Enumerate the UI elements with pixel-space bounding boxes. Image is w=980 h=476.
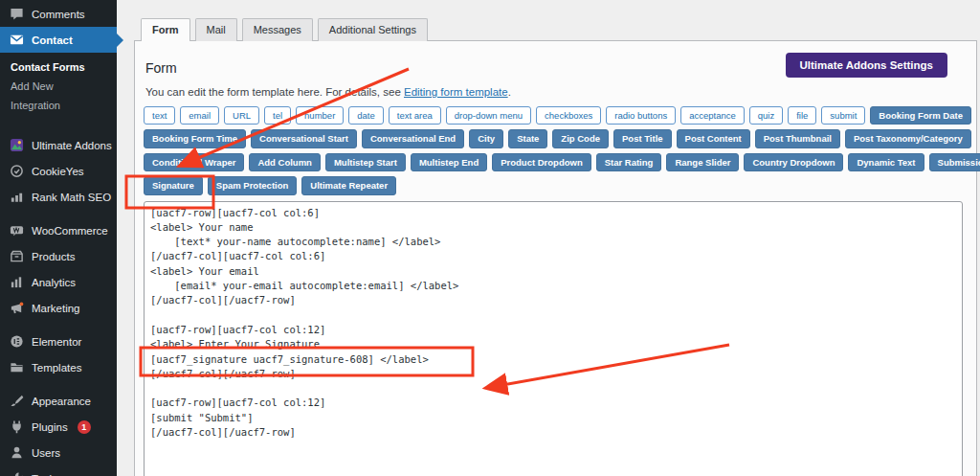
tag-button-text[interactable]: text: [144, 106, 175, 125]
editor-tabs: FormMailMessagesAdditional Settings: [134, 18, 977, 40]
templates-icon: [10, 360, 24, 374]
tag-button-quiz[interactable]: quiz: [749, 106, 783, 125]
submenu-item-contact-forms[interactable]: Contact Forms: [0, 57, 117, 77]
tag-button-booking-form-date[interactable]: Booking Form Date: [870, 106, 971, 125]
comments-icon: [10, 7, 24, 21]
woocommerce-icon: [10, 223, 24, 238]
sidebar-item-label: Marketing: [32, 303, 80, 314]
sidebar-item-elementor[interactable]: Elementor: [0, 329, 117, 354]
tag-button-spam-protection[interactable]: Spam Protection: [208, 176, 298, 194]
tab-form[interactable]: Form: [141, 18, 190, 41]
tag-button-country-dropdown[interactable]: Country Dropdown: [744, 153, 843, 171]
tag-button-booking-form-time[interactable]: Booking Form Time: [144, 129, 246, 147]
submenu-item-add-new[interactable]: Add New: [0, 77, 117, 96]
sidebar-item-label: CookieYes: [32, 166, 84, 177]
sidebar-item-label: Appearance: [32, 396, 91, 407]
form-panel: Form Ultimate Addons Settings You can ed…: [134, 40, 977, 476]
appearance-icon: [10, 394, 24, 408]
tag-button-city[interactable]: City: [469, 129, 503, 147]
sidebar-item-templates[interactable]: Templates: [0, 354, 117, 380]
tag-button-submission-id[interactable]: Submission ID: [929, 153, 980, 171]
sidebar-item-label: Tools: [32, 473, 57, 476]
tag-button-post-thumbnail[interactable]: Post Thumbnail: [755, 129, 840, 147]
form-template-textarea[interactable]: [144, 201, 963, 476]
sidebar-item-plugins[interactable]: Plugins1: [0, 414, 117, 440]
sidebar-item-cookieyes[interactable]: CookieYes: [0, 158, 117, 184]
sidebar-item-ultimate-addons[interactable]: Ultimate Addons: [0, 132, 117, 158]
description-text: You can edit the form template here. For…: [145, 86, 404, 98]
sidebar-item-marketing[interactable]: Marketing: [0, 295, 117, 321]
submenu-item-integration[interactable]: Integration: [0, 96, 117, 115]
tag-button-dynamic-text[interactable]: Dynamic Text: [848, 153, 924, 171]
sidebar-menu: CommentsContactContact FormsAdd NewInteg…: [0, 1, 117, 476]
tag-button-text-area[interactable]: text area: [389, 106, 441, 125]
tag-button-email[interactable]: email: [180, 106, 219, 125]
tag-button-conditional-wraper[interactable]: Conditional Wraper: [144, 153, 244, 171]
analytics-icon: [10, 275, 24, 289]
tag-button-zip-code[interactable]: Zip Code: [552, 129, 609, 147]
tag-button-add-column[interactable]: Add Column: [249, 153, 320, 171]
plugins-update-badge: 1: [78, 420, 91, 434]
rank-math-icon: [10, 190, 24, 204]
tag-button-url[interactable]: URL: [224, 106, 259, 125]
tag-button-date[interactable]: date: [348, 106, 384, 125]
tag-button-signature[interactable]: Signature: [144, 176, 203, 194]
tag-button-number[interactable]: number: [296, 106, 344, 125]
tag-button-star-rating[interactable]: Star Rating: [596, 153, 662, 171]
tag-button-tel[interactable]: tel: [264, 106, 291, 125]
tab-mail[interactable]: Mail: [195, 18, 237, 41]
sidebar-item-label: Comments: [32, 9, 85, 20]
tag-button-product-dropdown[interactable]: Product Dropdown: [492, 153, 591, 171]
editing-form-template-link[interactable]: Editing form template: [404, 86, 508, 98]
tag-button-file[interactable]: file: [788, 106, 816, 125]
elementor-icon: [10, 334, 24, 349]
tools-icon: [10, 471, 24, 476]
sidebar-item-tools[interactable]: Tools: [0, 465, 117, 476]
tag-button-conversational-start[interactable]: Conversational Start: [251, 129, 357, 147]
products-icon: [10, 249, 24, 263]
tag-row: Booking Form TimeConversational StartCon…: [144, 129, 968, 147]
tag-button-post-title[interactable]: Post Title: [613, 129, 672, 147]
tag-button-range-slider[interactable]: Range Slider: [666, 153, 739, 171]
tag-generator-buttons: textemailURLtelnumberdatetext areadrop-d…: [144, 106, 968, 195]
tag-button-drop-down-menu[interactable]: drop-down menu: [446, 106, 531, 125]
tab-messages[interactable]: Messages: [242, 18, 313, 41]
sidebar-item-comments[interactable]: Comments: [0, 1, 117, 27]
tag-button-checkboxes[interactable]: checkboxes: [536, 106, 601, 125]
ultimate-addons-settings-button[interactable]: Ultimate Addons Settings: [786, 53, 948, 78]
sidebar-item-analytics[interactable]: Analytics: [0, 269, 117, 295]
tag-button-multistep-end[interactable]: Multistep End: [411, 153, 487, 171]
tag-button-state[interactable]: State: [508, 129, 547, 147]
sidebar-item-label: Rank Math SEO: [32, 192, 111, 203]
sidebar-item-contact[interactable]: Contact: [0, 27, 117, 53]
tag-button-multistep-start[interactable]: Multistep Start: [325, 153, 406, 171]
sidebar-item-label: Users: [32, 447, 60, 459]
tag-button-conversational-end[interactable]: Conversational End: [362, 129, 464, 147]
plugins-icon: [10, 419, 24, 434]
sidebar-item-label: Contact: [32, 34, 73, 46]
sidebar-item-appearance[interactable]: Appearance: [0, 388, 117, 414]
main-content: FormMailMessagesAdditional Settings Form…: [117, 0, 980, 476]
sidebar-item-label: Plugins: [32, 421, 68, 433]
tag-button-acceptance[interactable]: acceptance: [680, 106, 745, 125]
admin-sidebar: CommentsContactContact FormsAdd NewInteg…: [0, 0, 117, 476]
tag-row: Conditional WraperAdd ColumnMultistep St…: [144, 153, 968, 171]
tag-button-post-taxonomy-category[interactable]: Post Taxonomy/Category: [845, 129, 971, 147]
sidebar-item-products[interactable]: Products: [0, 243, 117, 269]
tag-button-submit[interactable]: submit: [821, 106, 865, 125]
sidebar-item-rank-math-seo[interactable]: Rank Math SEO: [0, 184, 117, 210]
tag-button-post-content[interactable]: Post Content: [677, 129, 750, 147]
panel-title: Form: [145, 60, 177, 76]
tag-button-ultimate-repeater[interactable]: Ultimate Repeater: [301, 176, 396, 194]
tab-additional-settings[interactable]: Additional Settings: [318, 18, 428, 41]
sidebar-item-users[interactable]: Users: [0, 440, 117, 465]
sidebar-item-label: Products: [32, 251, 75, 262]
sidebar-item-label: Elementor: [32, 336, 81, 348]
users-icon: [10, 445, 24, 460]
tag-button-radio-buttons[interactable]: radio buttons: [606, 106, 676, 125]
sidebar-item-label: Templates: [32, 362, 81, 374]
cookieyes-icon: [10, 164, 24, 178]
marketing-icon: [10, 301, 24, 315]
sidebar-item-woocommerce[interactable]: WooCommerce: [0, 217, 117, 243]
ultimate-addons-icon: [10, 138, 24, 152]
